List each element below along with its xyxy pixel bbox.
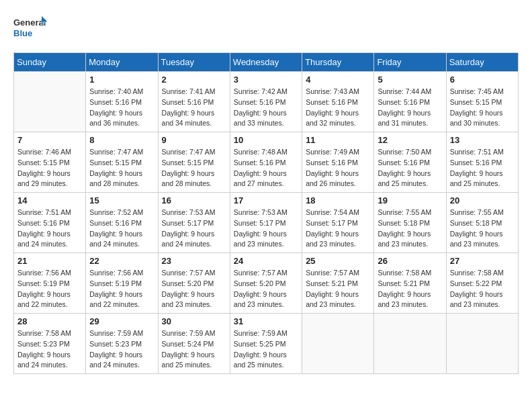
day-number: 14 — [17, 195, 82, 205]
day-info-line: Daylight: 9 hours — [17, 229, 82, 240]
day-info-line: Daylight: 9 hours — [17, 350, 82, 361]
day-info-line: Sunset: 5:25 PM — [234, 339, 298, 350]
day-info-line: Daylight: 9 hours — [378, 169, 442, 179]
day-info-line: Sunrise: 7:45 AM — [450, 87, 515, 97]
calendar-cell: 20Sunrise: 7:55 AMSunset: 5:18 PMDayligh… — [446, 193, 518, 253]
day-info-line: Sunset: 5:21 PM — [378, 279, 442, 289]
day-info-line: Sunset: 5:22 PM — [450, 279, 515, 289]
calendar-header-sunday: Sunday — [14, 53, 86, 72]
day-info-line: Sunset: 5:16 PM — [89, 97, 154, 108]
day-info-line: and 31 minutes. — [378, 118, 442, 129]
day-info-line: and 24 minutes. — [17, 360, 82, 371]
calendar-cell — [374, 314, 446, 374]
day-number: 22 — [89, 256, 154, 266]
day-info-line: Daylight: 9 hours — [89, 169, 154, 179]
day-info-line: Sunset: 5:16 PM — [450, 158, 515, 169]
calendar-cell: 27Sunrise: 7:58 AMSunset: 5:22 PMDayligh… — [446, 253, 518, 314]
calendar-cell: 29Sunrise: 7:59 AMSunset: 5:23 PMDayligh… — [86, 314, 158, 374]
calendar-table: SundayMondayTuesdayWednesdayThursdayFrid… — [13, 52, 519, 374]
day-info-line: Sunset: 5:15 PM — [17, 158, 82, 169]
calendar-cell: 11Sunrise: 7:49 AMSunset: 5:16 PMDayligh… — [302, 132, 374, 193]
calendar-header-saturday: Saturday — [446, 53, 518, 72]
day-info-line: Sunrise: 7:57 AM — [162, 268, 226, 279]
day-info-line: Daylight: 9 hours — [234, 350, 298, 361]
day-info-line: and 25 minutes. — [450, 179, 515, 189]
day-info-line: and 28 minutes. — [89, 179, 154, 189]
day-number: 5 — [378, 75, 442, 85]
day-info-line: Sunrise: 7:48 AM — [234, 147, 298, 158]
day-info-line: Daylight: 9 hours — [162, 289, 226, 300]
calendar-cell: 5Sunrise: 7:44 AMSunset: 5:16 PMDaylight… — [374, 72, 446, 132]
calendar-week-4: 21Sunrise: 7:56 AMSunset: 5:19 PMDayligh… — [14, 253, 519, 314]
calendar-cell: 10Sunrise: 7:48 AMSunset: 5:16 PMDayligh… — [230, 132, 302, 193]
day-number: 31 — [234, 316, 298, 326]
day-info-line: and 23 minutes. — [378, 239, 442, 250]
day-info-line: Sunrise: 7:44 AM — [378, 87, 442, 97]
day-info-line: Sunset: 5:24 PM — [162, 339, 226, 350]
day-info-line: Sunrise: 7:43 AM — [306, 87, 370, 97]
day-info-line: Sunrise: 7:47 AM — [162, 147, 226, 158]
day-info-line: Sunset: 5:16 PM — [378, 158, 442, 169]
day-info-line: Sunrise: 7:59 AM — [234, 328, 298, 339]
day-info-line: Sunset: 5:17 PM — [306, 218, 370, 229]
day-number: 4 — [306, 75, 370, 85]
day-number: 26 — [378, 256, 442, 266]
day-info-line: Sunrise: 7:53 AM — [162, 208, 226, 218]
calendar-header-monday: Monday — [86, 53, 158, 72]
day-info-line: and 24 minutes. — [162, 239, 226, 250]
logo-svg: General Blue — [13, 13, 47, 42]
day-info-line: Sunrise: 7:59 AM — [89, 328, 154, 339]
day-info-line: and 22 minutes. — [89, 300, 154, 310]
day-info-line: Daylight: 9 hours — [378, 108, 442, 119]
day-info-line: and 23 minutes. — [162, 300, 226, 310]
day-info-line: and 32 minutes. — [306, 118, 370, 129]
day-info-line: Daylight: 9 hours — [162, 169, 226, 179]
day-number: 15 — [89, 195, 154, 205]
day-info-line: Sunrise: 7:49 AM — [306, 147, 370, 158]
day-info-line: Sunrise: 7:58 AM — [378, 268, 442, 279]
day-info-line: Daylight: 9 hours — [234, 108, 298, 119]
day-info-line: Sunset: 5:16 PM — [89, 218, 154, 229]
calendar-cell: 15Sunrise: 7:52 AMSunset: 5:16 PMDayligh… — [86, 193, 158, 253]
calendar-cell: 7Sunrise: 7:46 AMSunset: 5:15 PMDaylight… — [14, 132, 86, 193]
day-info-line: Daylight: 9 hours — [450, 229, 515, 240]
day-info-line: Sunrise: 7:41 AM — [162, 87, 226, 97]
day-number: 21 — [17, 256, 82, 266]
day-info-line: Sunrise: 7:42 AM — [234, 87, 298, 97]
day-info-line: Daylight: 9 hours — [306, 289, 370, 300]
day-number: 7 — [17, 135, 82, 145]
day-info-line: and 30 minutes. — [450, 118, 515, 129]
day-info-line: and 36 minutes. — [89, 118, 154, 129]
day-info-line: and 23 minutes. — [306, 300, 370, 310]
day-number: 6 — [450, 75, 515, 85]
day-info-line: and 25 minutes. — [378, 179, 442, 189]
day-info-line: Sunrise: 7:57 AM — [306, 268, 370, 279]
day-info-line: and 25 minutes. — [234, 360, 298, 371]
day-info-line: Daylight: 9 hours — [89, 108, 154, 119]
day-info-line: Sunrise: 7:40 AM — [89, 87, 154, 97]
day-info-line: Sunrise: 7:57 AM — [234, 268, 298, 279]
calendar-week-3: 14Sunrise: 7:51 AMSunset: 5:16 PMDayligh… — [14, 193, 519, 253]
day-info-line: Daylight: 9 hours — [234, 289, 298, 300]
day-info-line: Sunrise: 7:58 AM — [17, 328, 82, 339]
day-number: 10 — [234, 135, 298, 145]
calendar-cell — [302, 314, 374, 374]
day-info-line: Sunset: 5:19 PM — [89, 279, 154, 289]
day-info-line: Sunset: 5:20 PM — [162, 279, 226, 289]
day-info-line: Daylight: 9 hours — [306, 169, 370, 179]
day-info-line: Sunrise: 7:59 AM — [162, 328, 226, 339]
calendar-cell: 19Sunrise: 7:55 AMSunset: 5:18 PMDayligh… — [374, 193, 446, 253]
calendar-cell: 1Sunrise: 7:40 AMSunset: 5:16 PMDaylight… — [86, 72, 158, 132]
day-info-line: and 23 minutes. — [378, 300, 442, 310]
day-info-line: Sunset: 5:16 PM — [306, 158, 370, 169]
svg-text:General: General — [13, 17, 46, 28]
logo: General Blue — [13, 13, 47, 42]
calendar-cell — [14, 72, 86, 132]
calendar-cell: 23Sunrise: 7:57 AMSunset: 5:20 PMDayligh… — [158, 253, 230, 314]
day-number: 16 — [162, 195, 226, 205]
day-info-line: Daylight: 9 hours — [306, 229, 370, 240]
day-number: 18 — [306, 195, 370, 205]
day-info-line: Sunrise: 7:55 AM — [450, 208, 515, 218]
day-info-line: and 23 minutes. — [234, 239, 298, 250]
day-info-line: Daylight: 9 hours — [378, 289, 442, 300]
